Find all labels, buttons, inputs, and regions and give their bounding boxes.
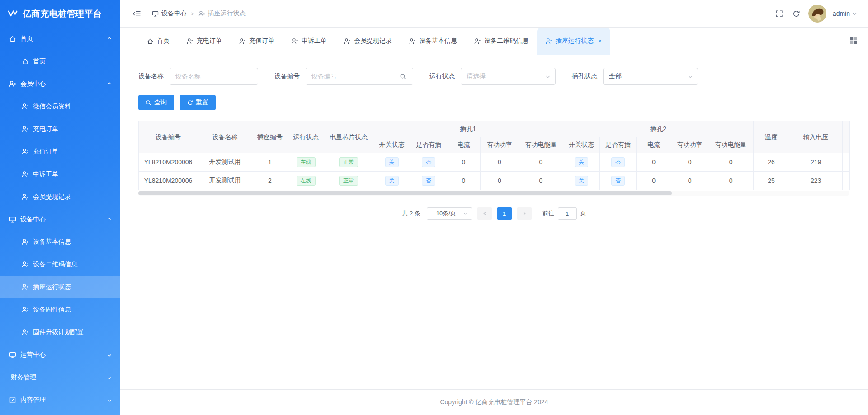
device-no-label: 设备编号 xyxy=(274,72,300,80)
tab-label: 会员提现记录 xyxy=(354,37,392,45)
col-temperature: 温度 xyxy=(754,121,789,153)
status-badge: 否 xyxy=(422,176,435,186)
tab-withdraw-records[interactable]: 会员提现记录 xyxy=(335,28,401,55)
cell-run-status: 在线 xyxy=(288,153,324,172)
sidebar-group-content-management[interactable]: 内容管理 xyxy=(0,389,120,411)
sidebar-group-home[interactable]: 首页 xyxy=(0,28,120,50)
sidebar: 亿商充电桩管理平台 首页 首页 会员中心 微信会员资料 xyxy=(0,0,120,415)
next-page-button[interactable] xyxy=(517,207,532,220)
col-hole1-energy: 有功电能量 xyxy=(519,137,563,153)
col-run-status: 运行状态 xyxy=(288,121,324,153)
top-navbar: 设备中心 > 插座运行状态 admin xyxy=(120,0,868,28)
sidebar-item-socket-run-status[interactable]: 插座运行状态 xyxy=(0,276,120,298)
search-icon[interactable] xyxy=(393,68,413,84)
tab-appeal-tickets[interactable]: 申诉工单 xyxy=(283,28,335,55)
tab-grid-icon[interactable] xyxy=(850,37,858,45)
col-hole2-power: 有功功率 xyxy=(671,137,708,153)
sidebar-item-device-firmware-info[interactable]: 设备固件信息 xyxy=(0,298,120,321)
breadcrumb: 设备中心 > 插座运行状态 xyxy=(152,9,246,18)
sidebar-group-label: 运营中心 xyxy=(20,351,46,359)
action-buttons: 查询 重置 xyxy=(138,95,850,110)
user-icon xyxy=(22,261,29,268)
user-icon xyxy=(22,126,29,133)
goto-page-input[interactable] xyxy=(558,207,577,220)
home-icon xyxy=(147,38,154,45)
sidebar-item-charge-orders[interactable]: 充电订单 xyxy=(0,118,120,140)
col-hole1-current: 电流 xyxy=(447,137,481,153)
tab-label: 设备基本信息 xyxy=(419,37,457,45)
page-number-current[interactable]: 1 xyxy=(497,207,512,220)
scrollbar-thumb[interactable] xyxy=(138,191,672,195)
tab-label: 申诉工单 xyxy=(302,37,327,45)
tab-socket-run-status[interactable]: 插座运行状态 × xyxy=(537,28,610,55)
sidebar-group-member-center[interactable]: 会员中心 xyxy=(0,73,120,95)
copyright-text: Copyright © 亿商充电桩管理平台 2024 xyxy=(440,398,548,406)
tab-recharge-orders[interactable]: 充值订单 xyxy=(231,28,283,55)
app-logo: 亿商充电桩管理平台 xyxy=(0,0,120,28)
tab-charge-orders[interactable]: 充电订单 xyxy=(178,28,231,55)
app-root: 亿商充电桩管理平台 首页 首页 会员中心 微信会员资料 xyxy=(0,0,868,415)
sidebar-group-device-center[interactable]: 设备中心 xyxy=(0,208,120,231)
chevron-up-icon xyxy=(107,217,112,222)
prev-page-button[interactable] xyxy=(477,207,492,220)
cell-hole2-current: 0 xyxy=(637,172,671,190)
col-hole2-current: 电流 xyxy=(637,137,671,153)
page-content: 设备名称 设备编号 运行状态 请选择 xyxy=(120,55,868,389)
sidebar-menu: 首页 首页 会员中心 微信会员资料 充电订单 充值订 xyxy=(0,28,120,411)
filter-form: 设备名称 设备编号 运行状态 请选择 xyxy=(138,68,850,85)
fullscreen-button[interactable] xyxy=(774,8,785,19)
cell-hole2-switch: 关 xyxy=(563,153,600,172)
status-badge: 正常 xyxy=(339,176,358,186)
cell-hole2-plug: 否 xyxy=(600,153,637,172)
cell-hole2-switch: 关 xyxy=(563,172,600,190)
status-badge: 正常 xyxy=(339,157,358,167)
sidebar-item-recharge-orders[interactable]: 充值订单 xyxy=(0,140,120,163)
cell-run-status: 在线 xyxy=(288,172,324,190)
search-button[interactable]: 查询 xyxy=(138,95,174,110)
hole-status-select[interactable]: 全部 xyxy=(603,68,698,85)
close-icon[interactable]: × xyxy=(598,38,602,44)
tab-device-qrcode-info[interactable]: 设备二维码信息 xyxy=(466,28,537,55)
user-icon xyxy=(22,329,29,336)
sidebar-item-appeal-tickets[interactable]: 申诉工单 xyxy=(0,163,120,186)
cell-hole1-current: 0 xyxy=(447,153,481,172)
monitor-icon xyxy=(152,10,159,17)
avatar[interactable] xyxy=(808,5,826,23)
sidebar-item-wechat-members[interactable]: 微信会员资料 xyxy=(0,95,120,118)
home-icon xyxy=(9,35,16,42)
tab-device-basic-info[interactable]: 设备基本信息 xyxy=(401,28,466,55)
sidebar-collapse-button[interactable] xyxy=(131,8,142,19)
breadcrumb-device-center[interactable]: 设备中心 xyxy=(152,9,187,18)
sidebar-item-firmware-upgrade-plan[interactable]: 固件升级计划配置 xyxy=(0,321,120,344)
status-badge: 关 xyxy=(575,157,588,167)
chevron-down-icon xyxy=(107,397,112,403)
chevron-down-icon xyxy=(852,11,857,16)
sidebar-group-label: 财务管理 xyxy=(11,373,36,382)
refresh-button[interactable] xyxy=(791,8,802,19)
cell-hole1-energy: 0 xyxy=(519,172,563,190)
sidebar-item-home[interactable]: 首页 xyxy=(0,50,120,73)
user-icon xyxy=(22,171,29,178)
horizontal-scrollbar[interactable] xyxy=(138,191,849,196)
cell-hole1-switch: 关 xyxy=(373,153,410,172)
sidebar-item-device-qrcode-info[interactable]: 设备二维码信息 xyxy=(0,253,120,276)
tab-label: 设备二维码信息 xyxy=(484,37,528,45)
sidebar-item-withdraw-records[interactable]: 会员提现记录 xyxy=(0,186,120,208)
sidebar-group-finance-management[interactable]: 财务管理 xyxy=(0,366,120,389)
device-no-input[interactable] xyxy=(306,68,393,84)
reset-button[interactable]: 重置 xyxy=(180,95,216,110)
sidebar-item-label: 充值订单 xyxy=(33,148,58,156)
sidebar-item-label: 申诉工单 xyxy=(33,170,58,178)
status-badge: 关 xyxy=(385,176,399,186)
device-name-input[interactable] xyxy=(170,68,258,85)
home-icon xyxy=(22,58,29,65)
sidebar-group-operation-center[interactable]: 运营中心 xyxy=(0,344,120,366)
user-menu[interactable]: admin xyxy=(833,10,857,17)
sidebar-item-device-basic-info[interactable]: 设备基本信息 xyxy=(0,231,120,253)
page-size-select[interactable]: 10条/页 xyxy=(427,207,472,220)
refresh-icon xyxy=(187,100,193,106)
tab-label: 充电订单 xyxy=(197,37,222,45)
username-label: admin xyxy=(833,10,850,17)
tab-home[interactable]: 首页 xyxy=(138,28,178,55)
run-status-select[interactable]: 请选择 xyxy=(461,68,556,85)
